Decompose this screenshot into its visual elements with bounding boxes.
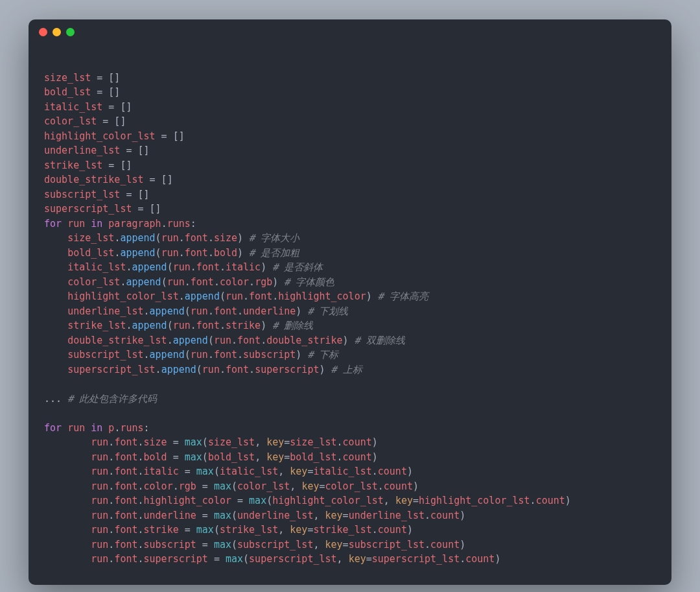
code-token: # 是否斜体 [272, 261, 323, 273]
code-token: append [150, 349, 185, 361]
code-token: ) [272, 276, 284, 288]
code-token: . [138, 451, 144, 463]
code-token: max [185, 436, 202, 448]
code-token: ( [185, 305, 191, 317]
code-token: bold_lst [208, 451, 255, 463]
code-token: . [138, 436, 144, 448]
code-token: , [278, 524, 290, 536]
code-line: run.font.bold = max(bold_lst, key=bold_l… [44, 450, 656, 465]
code-token: ( [214, 524, 220, 536]
code-token: = [208, 553, 226, 565]
code-token: max [196, 466, 214, 477]
code-token: ) [372, 436, 378, 448]
code-token: = [167, 436, 185, 448]
code-token: size_lst [290, 436, 336, 448]
code-token: = [196, 510, 214, 521]
code-line: run.font.italic = max(italic_lst, key=it… [44, 464, 656, 479]
code-token: , [384, 495, 395, 506]
code-token: strike [226, 320, 261, 331]
maximize-icon[interactable] [66, 28, 75, 36]
code-token: run [214, 335, 231, 346]
code-token: highlight_color_lst [67, 290, 179, 302]
code-token: # 字体大小 [249, 232, 299, 244]
code-token: append [185, 290, 220, 302]
code-token: . [185, 276, 191, 288]
code-token [44, 290, 67, 302]
code-token: = [] [120, 189, 149, 200]
code-token: ) [237, 247, 249, 259]
code-token: subscript_lst [349, 539, 425, 551]
code-token: ( [266, 495, 272, 506]
code-token: append [126, 276, 161, 288]
code-token: . [249, 364, 255, 375]
code-token: . [144, 349, 150, 361]
code-token: = [179, 524, 196, 536]
code-token: key [349, 553, 366, 565]
code-token: , [313, 510, 325, 521]
code-token: ( [220, 290, 226, 302]
code-token: for [44, 422, 62, 434]
code-token: run [91, 553, 108, 565]
code-token: count [378, 524, 407, 536]
code-token: . [460, 553, 465, 565]
code-token: = [231, 495, 249, 506]
code-token: bold_lst [67, 247, 114, 259]
code-token: ( [167, 320, 173, 331]
code-token: . [161, 218, 167, 230]
code-token: = [343, 510, 349, 521]
minimize-icon[interactable] [52, 28, 61, 36]
code-token: . [179, 232, 185, 244]
code-token: = [413, 495, 419, 506]
code-token: bold [214, 247, 237, 259]
code-token: . [138, 539, 144, 551]
code-token: run [173, 320, 191, 331]
code-token: underline_lst [237, 510, 313, 521]
code-token: = [] [132, 203, 161, 215]
code-token: . [261, 335, 266, 346]
code-token: # 字体高亮 [378, 290, 428, 302]
code-token: double_strike [266, 335, 342, 346]
code-token: ( [185, 349, 191, 361]
code-token [44, 247, 67, 259]
code-token: double_strike_lst [44, 174, 144, 185]
code-token: superscript [255, 364, 319, 375]
code-token [44, 276, 67, 288]
code-line: strike_lst = [] [44, 158, 656, 173]
code-token: subscript_lst [67, 349, 143, 361]
code-line: run.font.color.rgb = max(color_lst, key=… [44, 479, 656, 494]
code-token: highlight_color_lst [272, 495, 384, 506]
code-token: bold [144, 451, 167, 463]
code-token: strike [144, 524, 179, 536]
code-token: count [536, 495, 565, 506]
code-token: append [173, 335, 208, 346]
code-token: ) [495, 553, 500, 565]
code-line: ... # 此处包含许多代码 [44, 392, 656, 407]
code-token: ( [161, 276, 167, 288]
code-token: append [161, 364, 196, 375]
code-token: font [185, 232, 208, 244]
code-token: font [226, 364, 249, 375]
code-line: bold_lst.append(run.font.bold) # 是否加粗 [44, 246, 656, 261]
code-token: font [196, 261, 220, 273]
code-token: size_lst [44, 72, 91, 84]
close-icon[interactable] [39, 28, 47, 36]
code-token: # 是否加粗 [249, 247, 299, 259]
code-token: ( [231, 480, 237, 492]
code-token: size_lst [67, 232, 114, 244]
code-token: underline_lst [349, 510, 425, 521]
code-token: . [138, 495, 144, 506]
code-token: = [] [120, 145, 149, 156]
code-token: bold_lst [44, 86, 91, 98]
code-token: run [191, 349, 208, 361]
code-token [44, 510, 91, 521]
code-token [44, 466, 91, 477]
code-token [44, 320, 67, 331]
code-token: runs [120, 422, 143, 434]
code-token: # 上标 [331, 364, 362, 375]
code-token: : [191, 218, 196, 230]
code-token: = [] [144, 174, 173, 185]
code-line [44, 56, 656, 71]
code-token: paragraph [108, 218, 161, 230]
code-token: count [430, 510, 460, 521]
code-token: font [114, 466, 137, 477]
